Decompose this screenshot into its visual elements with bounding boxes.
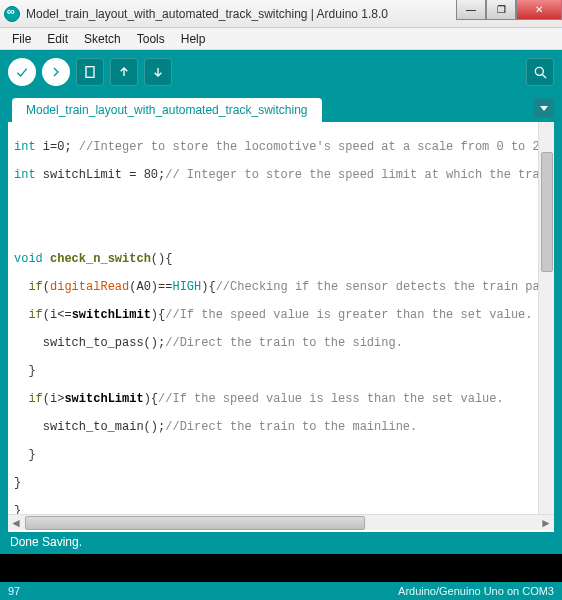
code-editor[interactable]: int i=0; //Integer to store the locomoti… [8, 122, 554, 514]
scroll-right-icon[interactable]: ► [538, 516, 554, 530]
console-output [0, 554, 562, 582]
upload-button[interactable] [42, 58, 70, 86]
tab-menu-button[interactable] [534, 98, 554, 118]
serial-monitor-button[interactable] [526, 58, 554, 86]
menu-bar: File Edit Sketch Tools Help [0, 28, 562, 50]
scroll-left-icon[interactable]: ◄ [8, 516, 24, 530]
footer-bar: 97 Arduino/Genuino Uno on COM3 [0, 582, 562, 600]
maximize-button[interactable]: ❐ [486, 0, 516, 20]
menu-sketch[interactable]: Sketch [78, 30, 127, 48]
verify-button[interactable] [8, 58, 36, 86]
menu-file[interactable]: File [6, 30, 37, 48]
window-titlebar: Model_train_layout_with_automated_track_… [0, 0, 562, 28]
menu-help[interactable]: Help [175, 30, 212, 48]
editor-pane: int i=0; //Integer to store the locomoti… [0, 122, 562, 532]
minimize-button[interactable]: — [456, 0, 486, 20]
vertical-scrollbar[interactable] [538, 122, 554, 514]
new-sketch-button[interactable] [76, 58, 104, 86]
save-sketch-button[interactable] [144, 58, 172, 86]
open-sketch-button[interactable] [110, 58, 138, 86]
svg-line-2 [543, 75, 546, 78]
close-button[interactable]: ✕ [516, 0, 562, 20]
horizontal-scrollbar[interactable]: ◄ ► [8, 514, 554, 530]
board-port-info: Arduino/Genuino Uno on COM3 [398, 585, 554, 597]
sketch-tab[interactable]: Model_train_layout_with_automated_track_… [12, 98, 322, 122]
menu-tools[interactable]: Tools [131, 30, 171, 48]
svg-marker-3 [540, 106, 548, 111]
toolbar [0, 50, 562, 94]
arduino-app-icon [4, 6, 20, 22]
status-bar: Done Saving. [0, 532, 562, 554]
svg-rect-0 [86, 67, 94, 78]
menu-edit[interactable]: Edit [41, 30, 74, 48]
line-number: 97 [8, 585, 20, 597]
svg-point-1 [535, 67, 543, 75]
tab-bar: Model_train_layout_with_automated_track_… [0, 94, 562, 122]
